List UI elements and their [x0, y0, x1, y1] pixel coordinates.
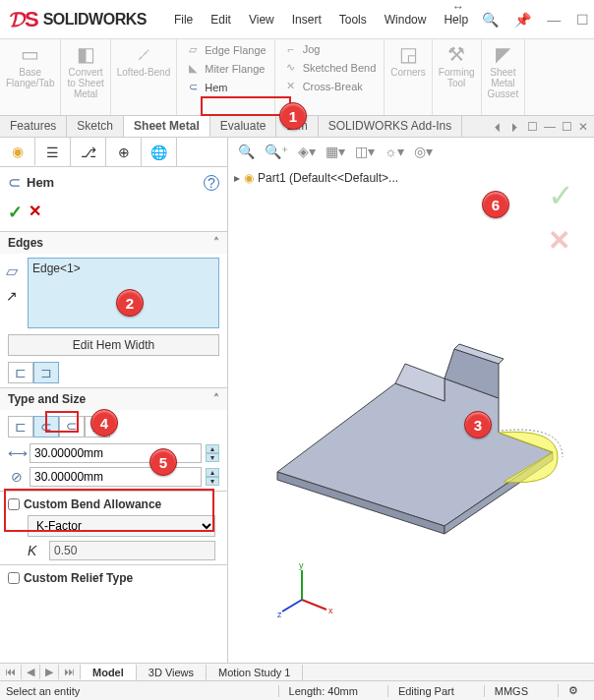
- doc-restore-icon[interactable]: ☐: [527, 120, 538, 134]
- cm-tab[interactable]: ⎇: [71, 138, 106, 166]
- hem-type-teardrop[interactable]: ⊆: [59, 416, 85, 438]
- tab-addins[interactable]: SOLIDWORKS Add-Ins: [319, 116, 462, 137]
- fm-tab[interactable]: ◉: [0, 138, 35, 166]
- ribbon-miter-flange[interactable]: ◣Miter Flange: [181, 60, 269, 77]
- ribbon-corners[interactable]: ◲ Corners: [385, 39, 433, 115]
- tab-next-icon[interactable]: ▶: [40, 665, 59, 679]
- view-triad[interactable]: x y z: [277, 560, 336, 619]
- tab-sheet-metal[interactable]: Sheet Metal: [124, 116, 210, 137]
- cancel-button[interactable]: ✕: [29, 202, 41, 223]
- doc-min-icon[interactable]: —: [544, 120, 556, 134]
- context-ok-icon[interactable]: ✓: [548, 177, 574, 214]
- search-icon[interactable]: 🔍: [476, 8, 505, 31]
- corners-icon: ◲: [399, 43, 418, 65]
- target-icon: ⊕: [118, 145, 130, 160]
- tab-first-icon[interactable]: ⏮: [0, 665, 22, 679]
- ribbon-forming-tool[interactable]: ⚒ Forming Tool: [433, 39, 482, 115]
- zoom-area-icon[interactable]: 🔍⁺: [263, 144, 290, 159]
- menu-tools[interactable]: Tools: [331, 9, 375, 30]
- tab-motion-study[interactable]: Motion Study 1: [207, 665, 303, 680]
- part-name[interactable]: Part1 (Default<<Default>...: [258, 171, 398, 185]
- context-cancel-icon[interactable]: ✕: [548, 224, 574, 257]
- menu-file[interactable]: File: [166, 9, 201, 30]
- ribbon-jog[interactable]: ⌐Jog: [279, 41, 381, 57]
- menu-insert[interactable]: Insert: [284, 9, 329, 30]
- hem-type-open[interactable]: ⊂: [33, 416, 59, 438]
- edit-hem-width-button[interactable]: Edit Hem Width: [8, 334, 219, 356]
- crt-checkbox[interactable]: [8, 572, 20, 584]
- tree-expand-icon[interactable]: ▸: [234, 171, 240, 185]
- cube-icon: ◉: [12, 144, 24, 159]
- section-icon[interactable]: ◫▾: [353, 144, 377, 159]
- edge-select-icon[interactable]: ▱: [6, 262, 18, 280]
- reverse-icon[interactable]: ↗: [6, 288, 18, 304]
- crt-label: Custom Relief Type: [24, 571, 133, 585]
- spin-down[interactable]: ▾: [206, 477, 219, 486]
- hem-type-closed[interactable]: ⊏: [8, 416, 33, 438]
- display-style-icon[interactable]: ▦▾: [324, 144, 347, 159]
- cba-checkbox[interactable]: [8, 498, 20, 510]
- edge-item[interactable]: Edge<1>: [32, 262, 81, 275]
- svg-text:z: z: [277, 610, 282, 619]
- ribbon-convert[interactable]: ◧ Convert to Sheet Metal: [61, 39, 110, 115]
- tab-last-icon[interactable]: ⏭: [59, 665, 81, 679]
- ok-button[interactable]: ✓: [8, 202, 23, 223]
- status-custom-icon[interactable]: ⚙: [558, 684, 588, 697]
- status-mode: Editing Part: [387, 685, 464, 697]
- scene-icon[interactable]: ☼▾: [383, 144, 406, 159]
- doc-max-icon[interactable]: ☐: [562, 120, 572, 134]
- zoom-fit-icon[interactable]: 🔍: [236, 144, 257, 159]
- status-units[interactable]: MMGS: [484, 685, 538, 697]
- menu-window[interactable]: Window: [377, 9, 435, 30]
- dim-tab[interactable]: ⊕: [106, 138, 142, 166]
- spin-up[interactable]: ▴: [206, 444, 219, 453]
- menu-edit[interactable]: Edit: [203, 9, 239, 30]
- pin-icon[interactable]: 📌: [508, 8, 537, 31]
- base-flange-icon: ▭: [21, 43, 39, 65]
- app-tab[interactable]: 🌐: [142, 138, 177, 166]
- ribbon-gusset[interactable]: ◤ Sheet Metal Gusset: [482, 39, 526, 115]
- menu-view[interactable]: View: [241, 9, 282, 30]
- tab-3d-views[interactable]: 3D Views: [137, 665, 207, 680]
- tab-sketch[interactable]: Sketch: [67, 116, 124, 137]
- chevron-up-icon[interactable]: ˄: [213, 392, 219, 406]
- callout-3: 3: [464, 411, 492, 438]
- doc-prev-icon[interactable]: ⏴: [492, 120, 504, 134]
- position-material-inside[interactable]: ⊏: [8, 362, 33, 383]
- help-icon[interactable]: ?: [204, 175, 219, 191]
- tab-features[interactable]: Features: [0, 116, 67, 137]
- tab-evaluate[interactable]: Evaluate: [210, 116, 277, 137]
- kfactor-select[interactable]: K-Factor: [28, 515, 215, 537]
- doc-close-icon[interactable]: ✕: [578, 120, 588, 134]
- doc-next-icon[interactable]: ⏵: [509, 120, 521, 134]
- ribbon-lofted-bend[interactable]: ⟋ Lofted-Bend: [111, 39, 178, 115]
- lofted-icon: ⟋: [134, 43, 153, 65]
- view-orient-icon[interactable]: ◈▾: [296, 144, 318, 159]
- ribbon-edge-flange[interactable]: ▱Edge Flange: [181, 41, 269, 58]
- edges-header: Edges: [8, 236, 43, 250]
- callout-1: 1: [279, 102, 307, 130]
- globe-icon: 🌐: [150, 145, 167, 160]
- pm-tab[interactable]: ☰: [35, 138, 71, 166]
- tab-model[interactable]: Model: [81, 665, 137, 680]
- hem-gap-input[interactable]: [30, 467, 202, 487]
- ribbon-sketched-bend[interactable]: ∿Sketched Bend: [279, 59, 381, 76]
- spin-up[interactable]: ▴: [206, 468, 219, 477]
- k-input[interactable]: [49, 541, 215, 560]
- graphics-viewport[interactable]: 🔍 🔍⁺ ◈▾ ▦▾ ◫▾ ☼▾ ◎▾ ▸ ◉ Part1 (Default<<…: [228, 138, 594, 669]
- minimize-icon[interactable]: —: [541, 8, 566, 31]
- chevron-up-icon[interactable]: ˄: [213, 236, 219, 250]
- spin-down[interactable]: ▾: [206, 453, 219, 462]
- svg-line-10: [282, 600, 302, 612]
- cba-label: Custom Bend Allowance: [24, 497, 161, 511]
- model-render: [258, 305, 572, 541]
- position-bend-outside[interactable]: ⊐: [33, 362, 59, 383]
- ribbon-hem[interactable]: ⊂Hem: [181, 79, 269, 95]
- camera-icon[interactable]: ◎▾: [412, 144, 435, 159]
- maximize-icon[interactable]: ☐: [570, 8, 594, 31]
- ribbon-cross-break[interactable]: ✕Cross-Break: [279, 78, 381, 94]
- resize-indicator-icon: ↔: [452, 0, 464, 14]
- flow-icon: ⎇: [81, 145, 96, 160]
- ribbon-base-flange[interactable]: ▭ Base Flange/Tab: [0, 39, 61, 115]
- tab-prev-icon[interactable]: ◀: [22, 665, 40, 679]
